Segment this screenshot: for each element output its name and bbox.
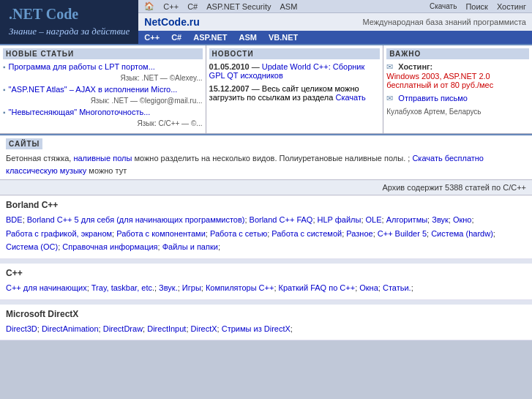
nav-top: 🏠 C++ C# ASP.NET Security ASM Скачать По… xyxy=(138,0,532,13)
cat-link[interactable]: BDE xyxy=(6,215,23,224)
article-lang-2: Язык: .NET — ©legigor@mail.ru... xyxy=(3,96,203,108)
tagline: Международная база знаний программиста xyxy=(362,18,526,26)
col-news: НОВОСТИ 01.05.2010 — Update World C++: С… xyxy=(206,45,384,133)
sites-text: Бетонная стяжка, наливные полы можно раз… xyxy=(6,152,526,176)
article-link-2[interactable]: "ASP.NET Atlas" – AJAX в исполнении Micr… xyxy=(9,85,178,94)
nav-section: 🏠 C++ C# ASP.NET Security ASM Скачать По… xyxy=(138,0,532,44)
cat-link[interactable]: Работа с сетью xyxy=(210,229,267,238)
hosting-label: Хостинг: xyxy=(398,62,432,71)
cat-link[interactable]: DirectAnimation xyxy=(42,324,99,333)
article-link-1[interactable]: Программа для работы с LPT портом... xyxy=(9,62,155,71)
nav-cpp[interactable]: C++ xyxy=(163,2,179,11)
cat-link[interactable]: Окна xyxy=(359,283,378,292)
logo-subtitle: Знание – награда за действие xyxy=(9,26,130,37)
nav-bottom-asm[interactable]: ASM xyxy=(239,33,256,42)
cat-link[interactable]: Borland C++ FAQ xyxy=(250,215,313,224)
cat-link[interactable]: Borland C++ 5 для себя (для начинающих п… xyxy=(27,215,245,224)
cat-link[interactable]: Статьи. xyxy=(383,283,411,292)
nav-links: C++ C# ASP.NET ASM VB.NET xyxy=(138,31,532,44)
cat-link[interactable]: Tray, taskbar, etc xyxy=(91,283,152,292)
cat-link[interactable]: Звук xyxy=(432,215,449,224)
article-item-1: ▪ Программа для работы с LPT портом... xyxy=(3,62,203,71)
cat-link[interactable]: C++ для начинающих xyxy=(6,283,87,292)
cat-link[interactable]: Система (hardw) xyxy=(431,229,493,238)
nav-bottom-vbnet[interactable]: VB.NET xyxy=(269,33,298,42)
category-cpp-title: C++ xyxy=(6,268,526,278)
category-borland-title: Borland C++ xyxy=(6,200,526,210)
news-date-2: 15.12.2007 xyxy=(209,84,250,93)
article-title-2: "ASP.NET Atlas" – AJAX в исполнении Micr… xyxy=(9,85,178,94)
cat-link[interactable]: Игры xyxy=(182,283,201,292)
nav-csharp[interactable]: C# xyxy=(187,2,198,11)
sites-header: САЙТЫ xyxy=(6,138,42,149)
cat-link[interactable]: Компиляторы С++ xyxy=(206,283,274,292)
cat-link[interactable]: DirectInput xyxy=(147,324,186,333)
cat-link[interactable]: Direct3D xyxy=(6,324,37,333)
article-icon-1: ▪ xyxy=(3,63,6,71)
hosting-link[interactable]: Windows 2003, ASP.NET 2.0 бесплатный и о… xyxy=(386,72,493,89)
cat-link[interactable]: Работа с графикой, экраном xyxy=(6,229,112,238)
nav-asm[interactable]: ASM xyxy=(280,2,297,11)
news-download-link[interactable]: Скачать xyxy=(335,93,365,102)
sites-section: САЙТЫ Бетонная стяжка, наливные полы мож… xyxy=(0,134,532,179)
cat-link[interactable]: DirectX xyxy=(191,324,217,333)
cat-link[interactable]: Справочная информация xyxy=(62,242,157,251)
cat-link[interactable]: C++ Builder 5 xyxy=(378,229,427,238)
important-mail: ✉ Отправить письмо xyxy=(386,94,529,103)
cat-link[interactable]: Система (ОС) xyxy=(6,242,58,251)
archive-text: Архив содержит 5388 статей по С/С++ xyxy=(382,183,526,192)
news-date-1: 01.05.2010 xyxy=(209,62,250,71)
nav-brand: NetCode.ru Международная база знаний про… xyxy=(138,13,532,31)
cat-link[interactable]: HLP файлы xyxy=(318,215,361,224)
nav-bottom-cpp[interactable]: C++ xyxy=(144,33,160,42)
category-borland: Borland C++ BDE; Borland C++ 5 для себя … xyxy=(0,195,532,259)
cat-link[interactable]: OLE xyxy=(366,215,382,224)
article-title-1: Программа для работы с LPT портом... xyxy=(9,62,155,71)
important-hosting: ✉ Хостинг: Windows 2003, ASP.NET 2.0 бес… xyxy=(386,62,529,89)
category-borland-links: BDE; Borland C++ 5 для себя (для начинаю… xyxy=(6,213,526,254)
cat-link[interactable]: Окно xyxy=(453,215,472,224)
logo-title: .NET Code xyxy=(9,6,130,23)
news-header: НОВОСТИ xyxy=(209,48,381,59)
nav-bottom-aspnet[interactable]: ASP.NET xyxy=(193,33,227,42)
envelope-icon-1: ✉ xyxy=(386,62,393,71)
important-header: ВАЖНО xyxy=(386,48,529,59)
category-directx: Microsoft DirectX Direct3D; DirectAnimat… xyxy=(0,305,532,341)
three-columns: НОВЫЕ СТАТЬИ ▪ Программа для работы с LP… xyxy=(0,44,532,134)
news-item-2: 15.12.2007 — Весь сайт целиком можно заг… xyxy=(209,84,381,102)
search-link[interactable]: Поиск xyxy=(465,2,487,11)
cat-link[interactable]: Звук. xyxy=(159,283,178,292)
nav-aspnet[interactable]: ASP.NET Security xyxy=(206,2,271,11)
cat-link[interactable]: Разное xyxy=(346,229,372,238)
cat-link[interactable]: Краткий FAQ по С++ xyxy=(279,283,356,292)
article-icon-2: ▪ xyxy=(3,86,6,94)
sites-link-floors[interactable]: наливные полы xyxy=(73,154,132,163)
category-directx-title: Microsoft DirectX xyxy=(6,309,526,319)
envelope-icon-2: ✉ xyxy=(386,94,393,102)
download-label: Скачать xyxy=(430,2,457,11)
site-name: NetCode.ru xyxy=(144,16,199,28)
news-item-1: 01.05.2010 — Update World C++: Сборник G… xyxy=(209,62,381,80)
nav-bottom-csharp[interactable]: C# xyxy=(171,33,181,42)
cat-link[interactable]: Работа с компонентами xyxy=(116,229,206,238)
col-new-articles: НОВЫЕ СТАТЬИ ▪ Программа для работы с LP… xyxy=(0,45,206,133)
host-link[interactable]: Хостинг xyxy=(497,2,526,11)
article-lang-1: Язык: .NET — ©Alexey... xyxy=(3,73,203,85)
cat-link[interactable]: Алгоритмы xyxy=(386,215,427,224)
article-link-3[interactable]: "Невытесняющая" Многопоточность... xyxy=(9,108,151,116)
mail-link[interactable]: Отправить письмо xyxy=(398,94,468,102)
cat-link[interactable]: Файлы и папки xyxy=(162,242,218,251)
category-cpp: C++ C++ для начинающих; Tray, taskbar, e… xyxy=(0,264,532,300)
header: .NET Code Знание – награда за действие 🏠… xyxy=(0,0,532,44)
news-dash-2: — xyxy=(252,84,262,93)
logo-section: .NET Code Знание – награда за действие xyxy=(0,0,138,44)
home-icon[interactable]: 🏠 xyxy=(144,1,154,11)
cat-link[interactable]: DirectDraw xyxy=(103,324,143,333)
cat-link[interactable]: Стримы из DirectX xyxy=(222,324,291,333)
logo-dot: .NET Code xyxy=(9,6,78,22)
archive-bar: Архив содержит 5388 статей по С/С++ xyxy=(0,179,532,195)
important-person: Кулабухов Артем, Беларусь xyxy=(386,108,529,116)
new-articles-header: НОВЫЕ СТАТЬИ xyxy=(3,48,203,59)
cat-link[interactable]: Работа с системой xyxy=(271,229,342,238)
article-lang-3: Язык: С/С++ — ©... xyxy=(3,119,203,130)
